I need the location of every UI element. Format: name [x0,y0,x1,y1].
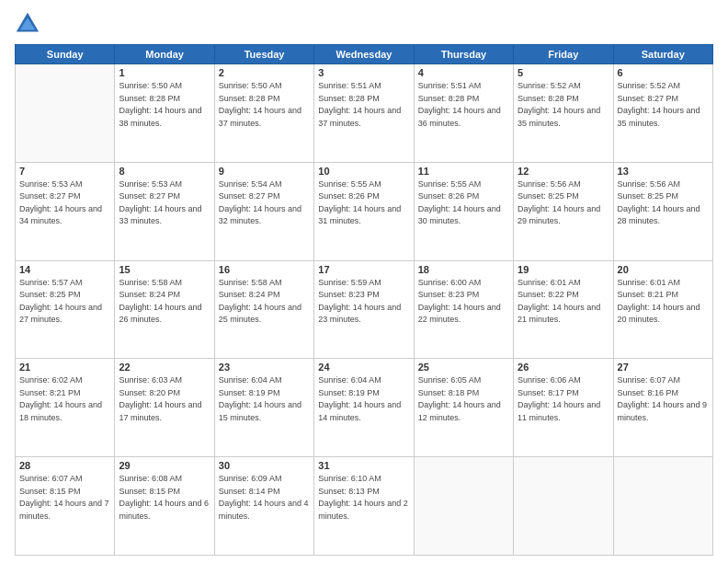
calendar-cell: 23Sunrise: 6:04 AMSunset: 8:19 PMDayligh… [214,359,313,457]
daylight-text: Daylight: 14 hours and 36 minutes. [418,105,509,130]
daylight-text: Daylight: 14 hours and 33 minutes. [119,203,210,228]
daylight-text: Daylight: 14 hours and 21 minutes. [518,302,609,327]
day-info: Sunrise: 5:53 AMSunset: 8:27 PMDaylight:… [19,178,110,228]
day-number: 9 [219,166,310,177]
day-info: Sunrise: 5:56 AMSunset: 8:25 PMDaylight:… [518,178,609,228]
sunset-text: Sunset: 8:25 PM [618,190,709,203]
sunrise-text: Sunrise: 5:53 AM [19,178,110,191]
daylight-text: Daylight: 14 hours and 22 minutes. [418,302,509,327]
calendar-cell: 3Sunrise: 5:51 AMSunset: 8:28 PMDaylight… [314,64,414,163]
sunrise-text: Sunrise: 6:05 AM [418,374,509,387]
calendar-cell: 27Sunrise: 6:07 AMSunset: 8:16 PMDayligh… [613,359,712,457]
day-number: 19 [518,264,609,275]
sunset-text: Sunset: 8:28 PM [518,93,609,106]
sunset-text: Sunset: 8:23 PM [318,289,409,302]
day-number: 14 [19,264,110,275]
page: SundayMondayTuesdayWednesdayThursdayFrid… [0,0,728,563]
daylight-text: Daylight: 14 hours and 4 minutes. [219,498,310,523]
day-number: 8 [119,166,210,177]
sunset-text: Sunset: 8:19 PM [219,387,310,400]
calendar-cell: 26Sunrise: 6:06 AMSunset: 8:17 PMDayligh… [514,359,613,457]
daylight-text: Daylight: 14 hours and 12 minutes. [418,399,509,424]
sunrise-text: Sunrise: 5:56 AM [518,178,609,191]
sunrise-text: Sunrise: 6:01 AM [518,277,609,290]
calendar-cell: 6Sunrise: 5:52 AMSunset: 8:27 PMDaylight… [613,64,712,163]
calendar-cell: 16Sunrise: 5:58 AMSunset: 8:24 PMDayligh… [214,260,313,359]
day-info: Sunrise: 6:06 AMSunset: 8:17 PMDaylight:… [518,374,609,424]
sunrise-text: Sunrise: 5:54 AM [219,178,310,191]
day-info: Sunrise: 5:51 AMSunset: 8:28 PMDaylight:… [418,80,509,130]
calendar-cell: 12Sunrise: 5:56 AMSunset: 8:25 PMDayligh… [514,162,613,260]
daylight-text: Daylight: 14 hours and 35 minutes. [618,105,709,130]
calendar-cell: 5Sunrise: 5:52 AMSunset: 8:28 PMDaylight… [514,64,613,163]
day-number: 24 [318,362,409,373]
day-number: 6 [618,67,709,78]
day-info: Sunrise: 5:58 AMSunset: 8:24 PMDaylight:… [119,277,210,327]
day-number: 31 [318,460,409,471]
day-header: Tuesday [214,45,313,64]
calendar-cell: 20Sunrise: 6:01 AMSunset: 8:21 PMDayligh… [613,260,712,359]
day-info: Sunrise: 6:07 AMSunset: 8:16 PMDaylight:… [618,374,709,424]
sunset-text: Sunset: 8:28 PM [219,93,310,106]
sunrise-text: Sunrise: 5:50 AM [119,80,210,93]
day-number: 10 [318,166,409,177]
daylight-text: Daylight: 14 hours and 20 minutes. [618,302,709,327]
day-number: 12 [518,166,609,177]
day-number: 23 [219,362,310,373]
day-header: Sunday [16,45,115,64]
calendar: SundayMondayTuesdayWednesdayThursdayFrid… [15,44,713,556]
calendar-cell: 1Sunrise: 5:50 AMSunset: 8:28 PMDaylight… [115,64,214,163]
day-number: 20 [618,264,709,275]
sunrise-text: Sunrise: 5:51 AM [418,80,509,93]
sunset-text: Sunset: 8:18 PM [418,387,509,400]
calendar-cell: 19Sunrise: 6:01 AMSunset: 8:22 PMDayligh… [514,260,613,359]
calendar-cell: 2Sunrise: 5:50 AMSunset: 8:28 PMDaylight… [214,64,313,163]
day-number: 21 [19,362,110,373]
sunrise-text: Sunrise: 5:52 AM [618,80,709,93]
sunset-text: Sunset: 8:24 PM [119,289,210,302]
day-number: 5 [518,67,609,78]
day-info: Sunrise: 6:01 AMSunset: 8:21 PMDaylight:… [618,277,709,327]
day-info: Sunrise: 5:51 AMSunset: 8:28 PMDaylight:… [318,80,409,130]
sunrise-text: Sunrise: 6:04 AM [219,374,310,387]
calendar-cell: 7Sunrise: 5:53 AMSunset: 8:27 PMDaylight… [16,162,115,260]
logo-icon [15,11,40,37]
sunrise-text: Sunrise: 6:10 AM [318,473,409,486]
day-info: Sunrise: 6:00 AMSunset: 8:23 PMDaylight:… [418,277,509,327]
calendar-cell: 28Sunrise: 6:07 AMSunset: 8:15 PMDayligh… [16,457,115,556]
sunset-text: Sunset: 8:19 PM [318,387,409,400]
sunrise-text: Sunrise: 5:58 AM [119,277,210,290]
daylight-text: Daylight: 14 hours and 11 minutes. [518,399,609,424]
sunset-text: Sunset: 8:24 PM [219,289,310,302]
calendar-cell: 18Sunrise: 6:00 AMSunset: 8:23 PMDayligh… [414,260,513,359]
sunset-text: Sunset: 8:28 PM [119,93,210,106]
daylight-text: Daylight: 14 hours and 31 minutes. [318,203,409,228]
calendar-cell [414,457,513,556]
sunset-text: Sunset: 8:28 PM [318,93,409,106]
day-number: 28 [19,460,110,471]
calendar-cell: 9Sunrise: 5:54 AMSunset: 8:27 PMDaylight… [214,162,313,260]
sunrise-text: Sunrise: 5:51 AM [318,80,409,93]
calendar-week-row: 28Sunrise: 6:07 AMSunset: 8:15 PMDayligh… [16,457,713,556]
calendar-cell: 21Sunrise: 6:02 AMSunset: 8:21 PMDayligh… [16,359,115,457]
sunset-text: Sunset: 8:17 PM [518,387,609,400]
day-header: Monday [115,45,214,64]
calendar-week-row: 7Sunrise: 5:53 AMSunset: 8:27 PMDaylight… [16,162,713,260]
day-info: Sunrise: 6:09 AMSunset: 8:14 PMDaylight:… [219,473,310,523]
daylight-text: Daylight: 14 hours and 26 minutes. [119,302,210,327]
daylight-text: Daylight: 14 hours and 7 minutes. [19,498,110,523]
daylight-text: Daylight: 14 hours and 17 minutes. [119,399,210,424]
day-info: Sunrise: 5:57 AMSunset: 8:25 PMDaylight:… [19,277,110,327]
sunset-text: Sunset: 8:27 PM [119,190,210,203]
logo [15,11,44,37]
header-row: SundayMondayTuesdayWednesdayThursdayFrid… [16,45,713,64]
sunset-text: Sunset: 8:16 PM [618,387,709,400]
daylight-text: Daylight: 14 hours and 27 minutes. [19,302,110,327]
day-number: 27 [618,362,709,373]
day-number: 3 [318,67,409,78]
sunset-text: Sunset: 8:13 PM [318,486,409,499]
sunrise-text: Sunrise: 5:56 AM [618,178,709,191]
day-info: Sunrise: 6:07 AMSunset: 8:15 PMDaylight:… [19,473,110,523]
calendar-cell: 13Sunrise: 5:56 AMSunset: 8:25 PMDayligh… [613,162,712,260]
daylight-text: Daylight: 14 hours and 34 minutes. [19,203,110,228]
